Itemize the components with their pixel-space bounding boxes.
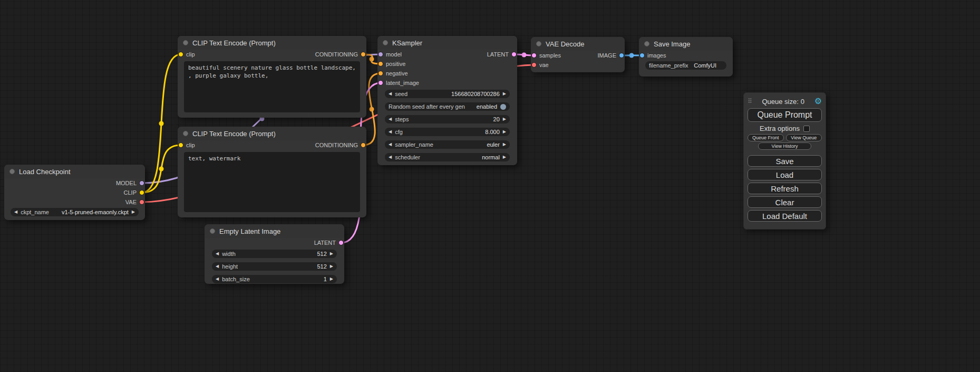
collapse-dot-icon[interactable] (536, 41, 541, 46)
node-title-bar[interactable]: CLIP Text Encode (Prompt) (178, 36, 366, 50)
drag-handle-icon[interactable]: ⠿ (748, 98, 752, 105)
node-ksampler[interactable]: KSampler model LATENT positive negative (377, 36, 517, 165)
decrement-arrow-icon[interactable]: ◀ (389, 130, 392, 134)
collapse-dot-icon[interactable] (9, 169, 15, 174)
prev-arrow-icon[interactable]: ◀ (389, 142, 392, 147)
graph-canvas[interactable]: Load Checkpoint MODEL CLIP VAE ◀ ckpt_na… (0, 0, 980, 372)
widget-label: filename_prefix (649, 62, 688, 69)
menu-header: ⠿ Queue size: 0 ⚙ (748, 96, 822, 107)
comfy-menu-panel[interactable]: ⠿ Queue size: 0 ⚙ Queue Prompt Extra opt… (743, 92, 826, 230)
input-positive: positive (377, 59, 405, 69)
node-title-bar[interactable]: CLIP Text Encode (Prompt) (178, 127, 366, 140)
increment-arrow-icon[interactable]: ▶ (503, 130, 506, 134)
save-button[interactable]: Save (748, 155, 822, 167)
widget-scheduler[interactable]: ◀ scheduler normal ▶ (385, 153, 510, 161)
collapse-dot-icon[interactable] (644, 41, 649, 46)
queue-prompt-button[interactable]: Queue Prompt (748, 108, 822, 122)
prev-arrow-icon[interactable]: ◀ (14, 210, 17, 214)
conditioning-port-icon[interactable] (361, 52, 366, 57)
prompt-textarea[interactable]: beautiful scenery nature glass bottle la… (184, 61, 360, 112)
model-port-icon[interactable] (378, 52, 383, 57)
prompt-textarea[interactable]: text, watermark (184, 152, 360, 212)
clip-port-icon[interactable] (178, 52, 183, 57)
clip-port-icon[interactable] (178, 142, 183, 148)
input-model: model (377, 50, 402, 59)
increment-arrow-icon[interactable]: ▶ (330, 264, 333, 269)
widget-random-seed-toggle[interactable]: Random seed after every gen enabled (385, 102, 510, 111)
widget-value: v1-5-pruned-emaonly.ckpt (62, 209, 129, 215)
clear-button[interactable]: Clear (748, 196, 822, 208)
increment-arrow-icon[interactable]: ▶ (503, 92, 506, 96)
widget-sampler-name[interactable]: ◀ sampler_name euler ▶ (385, 140, 510, 149)
increment-arrow-icon[interactable]: ▶ (330, 252, 333, 256)
increment-arrow-icon[interactable]: ▶ (503, 117, 506, 121)
conditioning-port-icon[interactable] (361, 142, 366, 148)
port-label: CONDITIONING (315, 142, 358, 148)
input-vae: vae (531, 60, 549, 70)
decrement-arrow-icon[interactable]: ◀ (389, 117, 392, 121)
collapse-dot-icon[interactable] (383, 40, 388, 45)
node-title-bar[interactable]: Empty Latent Image (205, 224, 344, 238)
widget-value: euler (487, 141, 499, 148)
refresh-button[interactable]: Refresh (748, 183, 822, 194)
load-button[interactable]: Load (748, 169, 822, 180)
widget-ckpt-name[interactable]: ◀ ckpt_name v1-5-pruned-emaonly.ckpt ▶ (11, 208, 139, 216)
decrement-arrow-icon[interactable]: ◀ (216, 264, 219, 269)
prev-arrow-icon[interactable]: ◀ (389, 155, 392, 159)
widget-seed[interactable]: ◀ seed 156680208700286 ▶ (385, 90, 510, 98)
node-title-bar[interactable]: Load Checkpoint (4, 165, 145, 178)
node-save-image[interactable]: Save Image images filename_prefix ComfyU… (639, 37, 733, 77)
widget-steps[interactable]: ◀ steps 20 ▶ (385, 115, 510, 123)
conditioning-port-icon[interactable] (378, 71, 383, 76)
increment-arrow-icon[interactable]: ▶ (330, 277, 333, 281)
node-title: KSampler (392, 39, 422, 47)
vae-port-icon[interactable] (139, 199, 144, 205)
next-arrow-icon[interactable]: ▶ (503, 142, 506, 147)
output-clip: CLIP (124, 188, 145, 197)
wire-midpoint-dot (629, 53, 634, 58)
node-clip-text-encode-negative[interactable]: CLIP Text Encode (Prompt) clip CONDITION… (178, 127, 366, 217)
model-port-icon[interactable] (139, 180, 144, 186)
widget-batch-size[interactable]: ◀ batch_size 1 ▶ (212, 275, 337, 283)
latent-port-icon[interactable] (511, 52, 517, 57)
widget-filename-prefix[interactable]: filename_prefix ComfyUI (645, 61, 726, 70)
image-port-icon[interactable] (639, 53, 645, 58)
decrement-arrow-icon[interactable]: ◀ (216, 277, 219, 281)
conditioning-port-icon[interactable] (378, 61, 383, 66)
collapse-dot-icon[interactable] (210, 228, 215, 234)
widget-value: enabled (477, 103, 497, 110)
next-arrow-icon[interactable]: ▶ (132, 210, 135, 214)
toggle-dot-icon[interactable] (500, 104, 506, 110)
extra-options-checkbox[interactable] (803, 126, 810, 132)
port-label: MODEL (116, 180, 137, 186)
load-default-button[interactable]: Load Default (748, 210, 822, 222)
latent-port-icon[interactable] (378, 80, 383, 85)
node-clip-text-encode-positive[interactable]: CLIP Text Encode (Prompt) clip CONDITION… (178, 36, 366, 118)
node-load-checkpoint[interactable]: Load Checkpoint MODEL CLIP VAE ◀ ckpt_na… (4, 165, 145, 220)
widget-label: scheduler (395, 154, 420, 160)
view-queue-button[interactable]: View Queue (786, 134, 822, 141)
image-port-icon[interactable] (619, 53, 624, 58)
node-empty-latent-image[interactable]: Empty Latent Image LATENT ◀ width 512 ▶ … (205, 224, 344, 284)
collapse-dot-icon[interactable] (183, 40, 188, 45)
queue-front-button[interactable]: Queue Front (748, 134, 784, 141)
collapse-dot-icon[interactable] (183, 131, 188, 136)
vae-port-icon[interactable] (531, 62, 537, 68)
node-vae-decode[interactable]: VAE Decode samples IMAGE vae (531, 37, 625, 72)
next-arrow-icon[interactable]: ▶ (503, 155, 506, 159)
widget-width[interactable]: ◀ width 512 ▶ (212, 250, 337, 258)
view-history-button[interactable]: View History (758, 142, 812, 150)
node-title-bar[interactable]: VAE Decode (531, 37, 625, 51)
latent-port-icon[interactable] (531, 53, 537, 58)
widget-value: 512 (317, 263, 326, 270)
node-title-bar[interactable]: KSampler (377, 36, 517, 50)
widget-height[interactable]: ◀ height 512 ▶ (212, 262, 337, 271)
settings-gear-icon[interactable]: ⚙ (814, 97, 822, 106)
clip-port-icon[interactable] (139, 190, 144, 195)
widget-cfg[interactable]: ◀ cfg 8.000 ▶ (385, 128, 510, 136)
decrement-arrow-icon[interactable]: ◀ (216, 252, 219, 256)
decrement-arrow-icon[interactable]: ◀ (389, 92, 392, 96)
port-label: clip (186, 51, 195, 58)
latent-port-icon[interactable] (338, 240, 344, 245)
node-title-bar[interactable]: Save Image (639, 37, 733, 51)
